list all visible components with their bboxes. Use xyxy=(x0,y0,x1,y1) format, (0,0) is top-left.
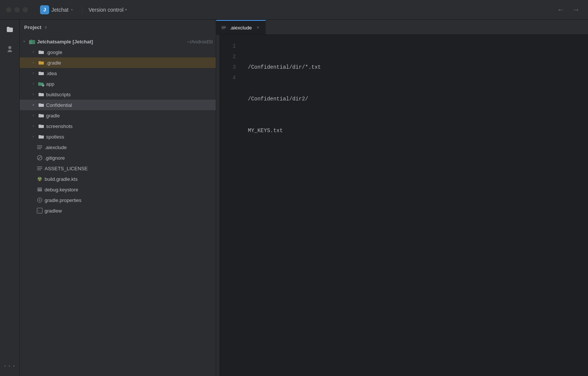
line-numbers: 1 2 3 4 xyxy=(219,35,242,376)
gradlew-label: gradlew xyxy=(45,208,213,214)
tree-item-buildscripts[interactable]: › buildscripts xyxy=(20,89,216,100)
tree-item-gradle[interactable]: › gradle xyxy=(20,110,216,121)
tree-item-confidential[interactable]: › Confidential xyxy=(20,100,216,110)
tree-item-gitignore[interactable]: .gitignore xyxy=(20,153,216,163)
sidebar-tree: ▾ Jetchatsample [Jetchat] ~/AndroidSt › xyxy=(20,35,216,376)
buildscripts-folder-icon xyxy=(38,91,45,98)
tab-bar: .aiexclude × xyxy=(216,20,588,35)
confidential-label: Confidential xyxy=(46,102,213,108)
tree-item-gradlew[interactable]: >_ gradlew xyxy=(20,205,216,216)
tree-item-spotless[interactable]: › spotless xyxy=(20,131,216,142)
gradle-properties-label: gradle.properties xyxy=(45,197,213,203)
screenshots-label: screenshots xyxy=(46,123,213,129)
app-folder-icon: A xyxy=(38,80,45,87)
editor-gutter xyxy=(216,35,219,376)
activity-more-icon[interactable]: ··· xyxy=(3,359,17,373)
sidebar-title: Project xyxy=(24,25,42,30)
tree-chevron-gradle: › xyxy=(30,112,36,119)
tree-chevron-screenshots: › xyxy=(30,123,36,129)
gradle-label: gradle xyxy=(46,113,213,119)
tree-chevron-gradle-dot: › xyxy=(30,60,36,66)
version-control-chevron-icon: ▾ xyxy=(125,8,127,12)
app-chevron-icon: ▾ xyxy=(71,8,73,12)
back-button[interactable]: ← xyxy=(555,5,567,15)
tab-aiexclude-label: .aiexclude xyxy=(230,25,252,31)
tab-aiexclude[interactable]: .aiexclude × xyxy=(216,20,266,34)
tree-item-gradle-dot[interactable]: › .gradle xyxy=(20,57,216,68)
tree-item-screenshots[interactable]: › screenshots xyxy=(20,121,216,131)
sidebar-header: Project ∨ xyxy=(20,20,216,35)
gradlew-file-icon: >_ xyxy=(36,207,43,214)
assets-license-file-icon xyxy=(36,165,43,172)
close-button[interactable] xyxy=(6,7,11,12)
svg-text:>_: >_ xyxy=(38,210,41,213)
code-line-4 xyxy=(242,157,588,168)
spotless-label: spotless xyxy=(46,134,213,140)
minimize-button[interactable] xyxy=(14,7,20,12)
tree-chevron-root: ▾ xyxy=(21,39,27,45)
tree-item-debug-keystore[interactable]: debug.keystore xyxy=(20,184,216,195)
tree-item-idea[interactable]: › .idea xyxy=(20,68,216,79)
tree-chevron-app: › xyxy=(30,81,36,87)
tree-item-app[interactable]: › A app xyxy=(20,79,216,89)
line-number-1: 1 xyxy=(219,41,236,51)
aiexclude-label: .aiexclude xyxy=(45,145,213,150)
app-name: Jetchat xyxy=(51,7,68,13)
main-layout: ··· Project ∨ ▾ Jetchatsample [Jetchat] xyxy=(0,20,588,376)
tree-item-assets-license[interactable]: ASSETS_LICENSE xyxy=(20,163,216,174)
line-number-4: 4 xyxy=(219,72,236,83)
svg-rect-13 xyxy=(37,188,42,191)
tree-item-build-gradle-kts[interactable]: build.gradle.kts xyxy=(20,174,216,184)
code-content[interactable]: /Confidential/dir/*.txt /Confidential/di… xyxy=(242,35,588,376)
gitignore-file-icon xyxy=(36,154,43,161)
sidebar: Project ∨ ▾ Jetchatsample [Jetchat] ~/An… xyxy=(20,20,216,376)
maximize-button[interactable] xyxy=(23,7,28,12)
editor-area: .aiexclude × 1 2 3 4 /Confidential/dir/*… xyxy=(216,20,588,376)
root-label: Jetchatsample [Jetchat] xyxy=(37,39,184,45)
gradle-dot-folder-icon xyxy=(38,59,45,66)
buildscripts-label: buildscripts xyxy=(46,92,213,97)
google-label: .google xyxy=(46,49,213,55)
tree-item-google[interactable]: › .google xyxy=(20,47,216,57)
tree-chevron-spotless: › xyxy=(30,134,36,140)
tree-chevron-buildscripts: › xyxy=(30,91,36,97)
app-label: app xyxy=(46,81,213,87)
assets-license-label: ASSETS_LICENSE xyxy=(45,166,213,171)
version-control-button[interactable]: Version control ▾ xyxy=(88,7,127,13)
titlebar: J Jetchat ▾ Version control ▾ ← → xyxy=(0,0,588,20)
activity-bar: ··· xyxy=(0,20,20,376)
sidebar-chevron-icon: ∨ xyxy=(45,25,47,30)
spotless-folder-icon xyxy=(38,133,45,140)
svg-text:A: A xyxy=(43,85,44,86)
activity-folder-icon[interactable] xyxy=(3,23,17,36)
build-gradle-label: build.gradle.kts xyxy=(45,176,213,182)
forward-button[interactable]: → xyxy=(570,5,582,15)
confidential-folder-icon xyxy=(38,102,45,108)
code-editor[interactable]: 1 2 3 4 /Confidential/dir/*.txt /Confide… xyxy=(216,35,588,376)
svg-rect-1 xyxy=(29,41,32,44)
idea-folder-icon xyxy=(38,70,45,77)
code-line-3: MY_KEYS.txt xyxy=(242,125,588,136)
google-folder-icon xyxy=(38,49,45,55)
tree-chevron-confidential: › xyxy=(30,102,36,108)
traffic-lights xyxy=(6,7,28,12)
build-gradle-file-icon xyxy=(36,176,43,182)
screenshots-folder-icon xyxy=(38,123,45,129)
idea-label: .idea xyxy=(46,71,213,76)
nav-buttons: ← → xyxy=(555,5,582,15)
code-line-1: /Confidential/dir/*.txt xyxy=(242,62,588,72)
app-switcher[interactable]: J Jetchat ▾ xyxy=(37,4,76,16)
gitignore-label: .gitignore xyxy=(45,155,213,161)
tree-chevron-google: › xyxy=(30,49,36,55)
gradle-folder-icon xyxy=(38,112,45,119)
gradle-properties-file-icon xyxy=(36,197,43,203)
titlebar-divider xyxy=(82,6,82,14)
tab-close-button[interactable]: × xyxy=(255,25,261,31)
activity-user-icon[interactable] xyxy=(3,42,17,56)
tree-chevron-idea: › xyxy=(30,70,36,76)
svg-point-16 xyxy=(39,199,40,201)
line-number-2: 2 xyxy=(219,51,236,62)
tree-item-root[interactable]: ▾ Jetchatsample [Jetchat] ~/AndroidSt xyxy=(20,36,216,47)
tree-item-aiexclude[interactable]: .aiexclude xyxy=(20,142,216,153)
tree-item-gradle-properties[interactable]: gradle.properties xyxy=(20,195,216,205)
